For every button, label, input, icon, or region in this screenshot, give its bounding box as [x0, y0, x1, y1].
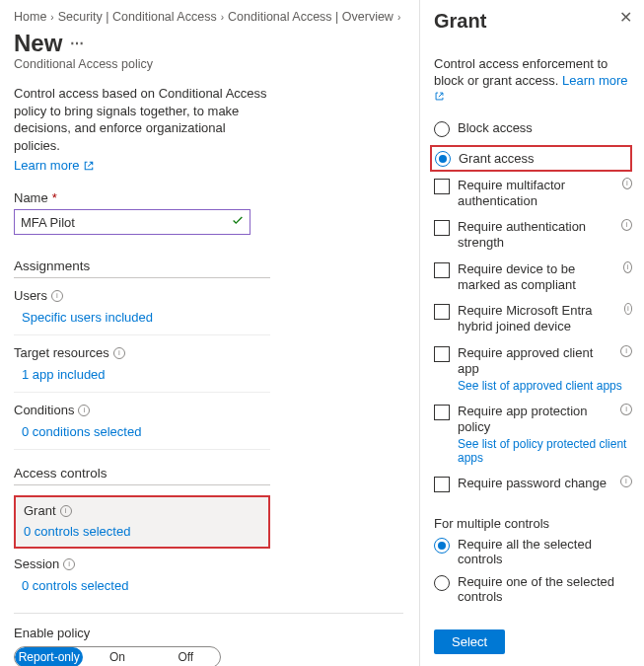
check-hybrid-label: Require Microsoft Entra hybrid joined de… [458, 303, 620, 335]
access-header: Access controls [14, 466, 270, 485]
toggle-report-only[interactable]: Report-only [15, 647, 83, 666]
check-hybrid[interactable]: Require Microsoft Entra hybrid joined de… [434, 303, 632, 335]
external-link-icon [83, 160, 95, 172]
protection-apps-link[interactable]: See list of policy protected client apps [458, 437, 632, 466]
chevron-right-icon: › [50, 12, 53, 23]
checkbox-icon [434, 346, 450, 362]
breadcrumb: Home › Security | Conditional Access › C… [14, 10, 403, 24]
info-icon[interactable]: i [113, 347, 125, 359]
page-title: New ⋯ [14, 30, 403, 57]
radio-block-label: Block access [458, 120, 533, 135]
radio-block-access[interactable]: Block access [434, 120, 632, 137]
info-icon[interactable]: i [60, 505, 72, 517]
session-label: Session [14, 556, 59, 571]
name-input[interactable] [14, 209, 250, 235]
conditions-row[interactable]: Conditions i [14, 403, 270, 417]
check-password[interactable]: Require password change i [434, 476, 632, 492]
name-label: Name* [14, 190, 403, 205]
info-icon[interactable]: i [622, 178, 632, 189]
breadcrumb-security[interactable]: Security | Conditional Access [58, 10, 217, 24]
conditions-link[interactable]: 0 conditions selected [14, 421, 270, 450]
chevron-right-icon: › [397, 12, 400, 23]
check-protection-label: Require app protection policy [458, 404, 616, 436]
page-subtitle: Conditional Access policy [14, 57, 403, 71]
breadcrumb-home[interactable]: Home [14, 10, 46, 24]
info-icon[interactable]: i [78, 405, 90, 416]
checkbox-icon [434, 220, 450, 236]
info-icon[interactable]: i [620, 404, 632, 415]
targets-row[interactable]: Target resources i [14, 345, 270, 360]
more-icon[interactable]: ⋯ [70, 36, 85, 51]
info-icon[interactable]: i [620, 476, 632, 487]
check-approved-label: Require approved client app [458, 345, 616, 378]
external-link-icon [434, 90, 446, 102]
toggle-on[interactable]: On [83, 647, 151, 666]
info-icon[interactable]: i [620, 345, 632, 357]
enable-policy-label: Enable policy [14, 626, 403, 640]
check-compliant-label: Require device to be marked as compliant [458, 261, 619, 294]
checkbox-icon [434, 405, 450, 420]
users-link[interactable]: Specific users included [14, 307, 270, 335]
multi-controls-header: For multiple controls [434, 516, 632, 531]
grant-block[interactable]: Grant i 0 controls selected [14, 495, 270, 549]
radio-require-all[interactable]: Require all the selected controls [434, 537, 632, 566]
grant-link[interactable]: 0 controls selected [24, 522, 260, 539]
select-button[interactable]: Select [434, 629, 505, 654]
radio-icon [435, 151, 451, 167]
radio-icon [434, 575, 450, 591]
radio-icon [434, 121, 450, 137]
check-protection[interactable]: Require app protection policy i See list… [434, 404, 632, 466]
page-title-text: New [14, 30, 62, 57]
checkbox-icon [434, 477, 450, 492]
check-password-label: Require password change [458, 476, 607, 491]
targets-link[interactable]: 1 app included [14, 364, 270, 393]
checkbox-icon [434, 262, 450, 278]
checkbox-icon [434, 179, 450, 194]
check-compliant[interactable]: Require device to be marked as compliant… [434, 261, 632, 294]
checkbox-icon [434, 304, 450, 320]
radio-all-label: Require all the selected controls [458, 537, 632, 566]
panel-title: Grant [434, 10, 486, 33]
info-icon[interactable]: i [621, 219, 632, 231]
learn-more-link[interactable]: Learn more [14, 158, 79, 173]
chevron-right-icon: › [221, 12, 224, 23]
info-icon[interactable]: i [623, 261, 632, 273]
radio-require-one[interactable]: Require one of the selected controls [434, 574, 632, 604]
panel-learn-more[interactable]: Learn more [562, 73, 627, 88]
radio-one-label: Require one of the selected controls [458, 574, 632, 604]
users-row[interactable]: Users i [14, 288, 270, 303]
enable-policy-toggle[interactable]: Report-only On Off [14, 646, 221, 666]
check-icon [231, 214, 245, 231]
info-icon[interactable]: i [63, 558, 75, 570]
breadcrumb-overview[interactable]: Conditional Access | Overview [228, 10, 394, 24]
approved-apps-link[interactable]: See list of approved client apps [458, 379, 632, 393]
assignments-header: Assignments [14, 259, 270, 278]
targets-label: Target resources [14, 345, 109, 360]
check-approved-app[interactable]: Require approved client app i See list o… [434, 345, 632, 394]
radio-grant-label: Grant access [459, 151, 535, 166]
check-mfa[interactable]: Require multifactor authentication i [434, 178, 632, 210]
info-icon[interactable]: i [624, 303, 632, 315]
check-strength-label: Require authentication strength [458, 219, 617, 252]
users-label: Users [14, 288, 47, 303]
session-row[interactable]: Session i [14, 556, 270, 571]
check-mfa-label: Require multifactor authentication [458, 178, 618, 210]
info-icon[interactable]: i [51, 290, 63, 302]
grant-label: Grant [24, 503, 56, 518]
radio-icon [434, 538, 450, 554]
toggle-off[interactable]: Off [152, 647, 220, 666]
check-strength[interactable]: Require authentication strength i [434, 219, 632, 252]
close-icon[interactable]: ✕ [619, 10, 632, 26]
panel-description: Control access enforcement to block or g… [434, 56, 632, 107]
radio-grant-access[interactable]: Grant access [430, 145, 632, 172]
session-link[interactable]: 0 controls selected [14, 575, 270, 603]
page-description: Control access based on Conditional Acce… [14, 85, 270, 154]
conditions-label: Conditions [14, 403, 74, 417]
